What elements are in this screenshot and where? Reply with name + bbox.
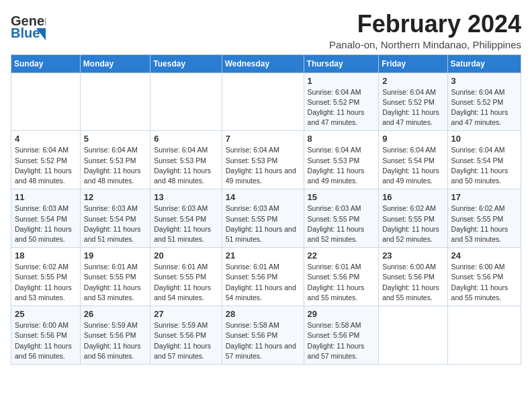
- day-info: Sunrise: 6:01 AM Sunset: 5:55 PM Dayligh…: [154, 262, 218, 303]
- day-number: 9: [382, 134, 443, 144]
- day-cell: 28Sunrise: 5:58 AM Sunset: 5:56 PM Dayli…: [222, 306, 304, 365]
- day-number: 1: [308, 76, 375, 86]
- day-number: 25: [15, 309, 77, 319]
- day-number: 21: [226, 250, 300, 261]
- day-info: Sunrise: 6:02 AM Sunset: 5:55 PM Dayligh…: [451, 203, 517, 244]
- day-number: 17: [451, 192, 517, 202]
- day-number: 4: [15, 134, 77, 144]
- page-header: General Blue February 2024 Panalo-on, No…: [11, 11, 521, 50]
- day-info: Sunrise: 6:04 AM Sunset: 5:53 PM Dayligh…: [154, 145, 218, 186]
- day-info: Sunrise: 6:04 AM Sunset: 5:54 PM Dayligh…: [451, 145, 517, 186]
- header-cell-saturday: Saturday: [447, 54, 521, 73]
- calendar-table: SundayMondayTuesdayWednesdayThursdayFrid…: [11, 54, 521, 365]
- day-cell: [379, 306, 447, 365]
- day-cell: 9Sunrise: 6:04 AM Sunset: 5:54 PM Daylig…: [379, 131, 447, 189]
- day-info: Sunrise: 6:01 AM Sunset: 5:56 PM Dayligh…: [226, 262, 300, 303]
- day-cell: [150, 73, 222, 131]
- header-cell-wednesday: Wednesday: [222, 54, 304, 73]
- logo-icon: General Blue: [11, 11, 46, 42]
- svg-text:Blue: Blue: [11, 26, 40, 40]
- day-number: 23: [382, 250, 443, 261]
- day-number: 27: [154, 309, 218, 319]
- day-cell: 12Sunrise: 6:03 AM Sunset: 5:54 PM Dayli…: [80, 189, 150, 248]
- header-cell-friday: Friday: [379, 54, 447, 73]
- day-cell: 22Sunrise: 6:01 AM Sunset: 5:56 PM Dayli…: [304, 248, 379, 306]
- day-info: Sunrise: 5:58 AM Sunset: 5:56 PM Dayligh…: [308, 320, 375, 361]
- day-cell: 5Sunrise: 6:04 AM Sunset: 5:53 PM Daylig…: [80, 131, 150, 189]
- day-cell: 11Sunrise: 6:03 AM Sunset: 5:54 PM Dayli…: [11, 189, 81, 248]
- day-number: 7: [226, 134, 300, 144]
- month-year: February 2024: [329, 11, 521, 38]
- day-number: 5: [84, 134, 146, 144]
- day-number: 28: [226, 309, 300, 319]
- day-number: 29: [308, 309, 375, 319]
- day-info: Sunrise: 6:00 AM Sunset: 5:56 PM Dayligh…: [451, 262, 517, 303]
- day-info: Sunrise: 6:04 AM Sunset: 5:53 PM Dayligh…: [308, 145, 375, 186]
- day-number: 3: [451, 76, 517, 86]
- day-info: Sunrise: 6:04 AM Sunset: 5:54 PM Dayligh…: [382, 145, 443, 186]
- day-number: 14: [226, 192, 300, 202]
- day-cell: 19Sunrise: 6:01 AM Sunset: 5:55 PM Dayli…: [80, 248, 150, 306]
- day-info: Sunrise: 5:58 AM Sunset: 5:56 PM Dayligh…: [226, 320, 300, 361]
- day-info: Sunrise: 6:00 AM Sunset: 5:56 PM Dayligh…: [15, 320, 77, 361]
- header-cell-tuesday: Tuesday: [150, 54, 222, 73]
- day-cell: 29Sunrise: 5:58 AM Sunset: 5:56 PM Dayli…: [304, 306, 379, 365]
- day-cell: 8Sunrise: 6:04 AM Sunset: 5:53 PM Daylig…: [304, 131, 379, 189]
- day-number: 20: [154, 250, 218, 261]
- day-cell: 20Sunrise: 6:01 AM Sunset: 5:55 PM Dayli…: [150, 248, 222, 306]
- day-info: Sunrise: 6:04 AM Sunset: 5:53 PM Dayligh…: [84, 145, 146, 186]
- day-number: 26: [84, 309, 146, 319]
- day-cell: 2Sunrise: 6:04 AM Sunset: 5:52 PM Daylig…: [379, 73, 447, 131]
- day-cell: 3Sunrise: 6:04 AM Sunset: 5:52 PM Daylig…: [447, 73, 521, 131]
- day-number: 8: [308, 134, 375, 144]
- week-row-2: 11Sunrise: 6:03 AM Sunset: 5:54 PM Dayli…: [11, 189, 521, 248]
- day-cell: [80, 73, 150, 131]
- location: Panalo-on, Northern Mindanao, Philippine…: [329, 39, 521, 50]
- day-info: Sunrise: 6:04 AM Sunset: 5:52 PM Dayligh…: [451, 87, 517, 128]
- day-cell: 27Sunrise: 5:59 AM Sunset: 5:56 PM Dayli…: [150, 306, 222, 365]
- day-number: 6: [154, 134, 218, 144]
- day-number: 18: [15, 250, 77, 261]
- day-info: Sunrise: 6:03 AM Sunset: 5:54 PM Dayligh…: [84, 203, 146, 244]
- week-row-3: 18Sunrise: 6:02 AM Sunset: 5:55 PM Dayli…: [11, 248, 521, 306]
- day-info: Sunrise: 6:04 AM Sunset: 5:52 PM Dayligh…: [308, 87, 375, 128]
- day-cell: 14Sunrise: 6:03 AM Sunset: 5:55 PM Dayli…: [222, 189, 304, 248]
- day-info: Sunrise: 5:59 AM Sunset: 5:56 PM Dayligh…: [154, 320, 218, 361]
- day-info: Sunrise: 6:03 AM Sunset: 5:55 PM Dayligh…: [308, 203, 375, 244]
- day-info: Sunrise: 5:59 AM Sunset: 5:56 PM Dayligh…: [84, 320, 146, 361]
- day-number: 16: [382, 192, 443, 202]
- day-cell: 24Sunrise: 6:00 AM Sunset: 5:56 PM Dayli…: [447, 248, 521, 306]
- day-number: 2: [382, 76, 443, 86]
- header-row: SundayMondayTuesdayWednesdayThursdayFrid…: [11, 54, 521, 73]
- header-cell-thursday: Thursday: [304, 54, 379, 73]
- header-cell-sunday: Sunday: [11, 54, 81, 73]
- day-cell: 1Sunrise: 6:04 AM Sunset: 5:52 PM Daylig…: [304, 73, 379, 131]
- day-cell: 4Sunrise: 6:04 AM Sunset: 5:52 PM Daylig…: [11, 131, 81, 189]
- day-cell: 21Sunrise: 6:01 AM Sunset: 5:56 PM Dayli…: [222, 248, 304, 306]
- day-cell: [11, 73, 81, 131]
- day-number: 12: [84, 192, 146, 202]
- day-number: 22: [308, 250, 375, 261]
- day-cell: 23Sunrise: 6:00 AM Sunset: 5:56 PM Dayli…: [379, 248, 447, 306]
- day-info: Sunrise: 6:01 AM Sunset: 5:55 PM Dayligh…: [84, 262, 146, 303]
- day-cell: 18Sunrise: 6:02 AM Sunset: 5:55 PM Dayli…: [11, 248, 81, 306]
- day-info: Sunrise: 6:04 AM Sunset: 5:53 PM Dayligh…: [226, 145, 300, 186]
- day-cell: 25Sunrise: 6:00 AM Sunset: 5:56 PM Dayli…: [11, 306, 81, 365]
- day-number: 15: [308, 192, 375, 202]
- day-number: 13: [154, 192, 218, 202]
- day-info: Sunrise: 6:04 AM Sunset: 5:52 PM Dayligh…: [382, 87, 443, 128]
- day-info: Sunrise: 6:02 AM Sunset: 5:55 PM Dayligh…: [382, 203, 443, 244]
- day-cell: [222, 73, 304, 131]
- week-row-0: 1Sunrise: 6:04 AM Sunset: 5:52 PM Daylig…: [11, 73, 521, 131]
- day-cell: 15Sunrise: 6:03 AM Sunset: 5:55 PM Dayli…: [304, 189, 379, 248]
- day-cell: 26Sunrise: 5:59 AM Sunset: 5:56 PM Dayli…: [80, 306, 150, 365]
- week-row-1: 4Sunrise: 6:04 AM Sunset: 5:52 PM Daylig…: [11, 131, 521, 189]
- day-cell: 13Sunrise: 6:03 AM Sunset: 5:54 PM Dayli…: [150, 189, 222, 248]
- day-info: Sunrise: 6:03 AM Sunset: 5:55 PM Dayligh…: [226, 203, 300, 244]
- day-info: Sunrise: 6:03 AM Sunset: 5:54 PM Dayligh…: [154, 203, 218, 244]
- day-info: Sunrise: 6:03 AM Sunset: 5:54 PM Dayligh…: [15, 203, 77, 244]
- day-cell: 16Sunrise: 6:02 AM Sunset: 5:55 PM Dayli…: [379, 189, 447, 248]
- logo: General Blue: [11, 11, 46, 42]
- title-block: February 2024 Panalo-on, Northern Mindan…: [329, 11, 521, 50]
- day-cell: 10Sunrise: 6:04 AM Sunset: 5:54 PM Dayli…: [447, 131, 521, 189]
